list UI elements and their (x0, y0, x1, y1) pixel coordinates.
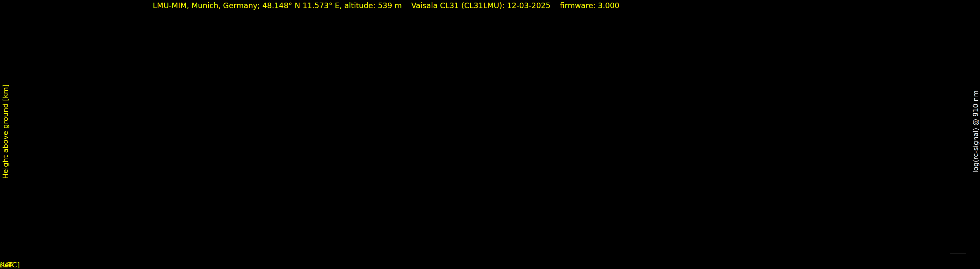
ceilometer-quicklook-figure: { "header": { "title": "LMU-MIM, Munich,… (0, 0, 980, 269)
sunset-annotation: sunset (0, 261, 12, 269)
figure-title: LMU-MIM, Munich, Germany; 48.148° N 11.5… (153, 1, 619, 10)
y-axis-label: Height above ground [km] (1, 84, 10, 179)
colorbar-label: log(rc-signal) @ 910 nm (972, 91, 980, 173)
heatmap-canvas (18, 10, 936, 253)
colorbar (950, 10, 966, 253)
